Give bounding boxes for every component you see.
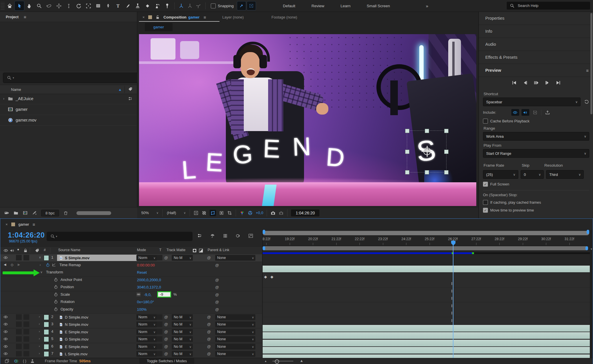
- parent-link-dropdown[interactable]: None∨: [215, 255, 255, 261]
- layer-track-row[interactable]: [263, 325, 590, 332]
- panel-header-info[interactable]: Info: [479, 25, 593, 38]
- pickwhip-icon[interactable]: @: [215, 278, 219, 282]
- new-composition-icon[interactable]: [23, 210, 28, 216]
- switch-box[interactable]: [16, 351, 22, 356]
- sort-ascending-icon[interactable]: ▲: [118, 87, 122, 92]
- parent-pickwhip-icon[interactable]: @: [207, 322, 211, 326]
- expander-icon[interactable]: ›: [39, 322, 40, 326]
- layer-name[interactable]: S Simple.mov: [57, 255, 137, 261]
- layer-track-row[interactable]: [263, 332, 590, 339]
- layer-name[interactable]: N Simple.mov: [57, 321, 137, 328]
- matte-pickwhip-icon[interactable]: @: [164, 330, 168, 334]
- stopwatch-icon[interactable]: [54, 299, 58, 304]
- play-from-dropdown[interactable]: Start Of Range∨: [483, 149, 589, 158]
- switch-box[interactable]: [23, 351, 29, 356]
- exposure-value[interactable]: +0,0: [256, 211, 263, 215]
- type-tool[interactable]: T: [113, 1, 122, 10]
- anchor-point-value[interactable]: 2000,0,2000,0: [137, 278, 161, 282]
- reset-icon[interactable]: [584, 99, 589, 104]
- new-folder-icon[interactable]: [13, 210, 19, 216]
- layer-color-swatch[interactable]: [44, 322, 49, 327]
- property-track-row[interactable]: [263, 288, 590, 295]
- orbit-camera-tool[interactable]: [44, 1, 54, 10]
- snapshot-icon[interactable]: [270, 210, 276, 216]
- layer-name[interactable]: G Simple.mov: [57, 336, 137, 342]
- workspace-tab-review[interactable]: Review: [303, 4, 332, 8]
- keyframe-icon[interactable]: ◆: [264, 275, 267, 279]
- parent-link-dropdown[interactable]: None∨: [215, 329, 255, 335]
- panel-menu-icon[interactable]: ≡: [24, 14, 26, 19]
- selection-handle[interactable]: [405, 129, 409, 133]
- brackets-icon[interactable]: { }: [23, 359, 26, 363]
- selection-handle[interactable]: [444, 150, 449, 154]
- play-button[interactable]: [533, 80, 540, 86]
- graph-editor-icon[interactable]: [248, 233, 253, 238]
- expander-icon[interactable]: ›: [0, 97, 8, 101]
- puppet-pin-tool[interactable]: [162, 1, 172, 10]
- vertical-scrollbar[interactable]: [590, 13, 592, 114]
- move-time-checkbox[interactable]: ✓: [483, 208, 488, 213]
- composition-viewer[interactable]: LEGENDS: [139, 34, 476, 206]
- expander-icon[interactable]: ›: [39, 337, 40, 340]
- eye-icon[interactable]: [3, 315, 8, 319]
- anchor-point-row[interactable]: Anchor Point2000,0,2000,0@: [0, 277, 262, 284]
- eraser-tool[interactable]: [143, 1, 152, 10]
- frame-rate-dropdown[interactable]: (25)∨: [483, 170, 518, 179]
- property-track-row[interactable]: [263, 295, 590, 302]
- snap-box-icon[interactable]: [247, 1, 256, 10]
- horizontal-scrollbar[interactable]: [76, 211, 111, 215]
- eye-icon[interactable]: [3, 344, 8, 349]
- blend-mode-dropdown[interactable]: Norm∨: [136, 314, 157, 320]
- name-column-header[interactable]: Name: [11, 87, 21, 92]
- home-tool[interactable]: [5, 1, 14, 10]
- alpha-matte-icon[interactable]: [192, 248, 197, 253]
- video-column-icon[interactable]: [3, 248, 8, 253]
- next-keyframe-icon[interactable]: ▶: [18, 263, 20, 266]
- play-cached-checkbox[interactable]: [483, 200, 488, 205]
- selection-handle[interactable]: [405, 170, 409, 174]
- region-of-interest-icon[interactable]: [219, 210, 224, 216]
- layer-duration-bar[interactable]: [263, 340, 590, 346]
- timeline-search-input[interactable]: ▾: [47, 232, 193, 241]
- switch-box[interactable]: [23, 321, 29, 327]
- layer-name[interactable]: D Simple.mov: [57, 314, 137, 320]
- project-search-input[interactable]: ▾: [3, 73, 138, 83]
- switch-box[interactable]: [16, 314, 22, 320]
- cache-before-playback-row[interactable]: Cache Before Playback: [483, 119, 589, 124]
- pickwhip-icon[interactable]: @: [215, 300, 219, 304]
- cache-checkbox[interactable]: [483, 119, 488, 124]
- scroll-arrow-icon[interactable]: ▼: [590, 248, 593, 251]
- layer-row-3[interactable]: ›3N Simple.movNorm∨@No M∨@None∨: [0, 321, 262, 328]
- previous-frame-button[interactable]: [522, 80, 529, 86]
- graph-icon[interactable]: [52, 263, 56, 267]
- navigator-start-handle[interactable]: [263, 230, 265, 234]
- luma-matte-icon[interactable]: [198, 248, 204, 253]
- position-value[interactable]: 3040,0,1372,0: [137, 285, 161, 289]
- eye-icon[interactable]: [3, 351, 8, 356]
- footage-viewer-tab[interactable]: Footage (none): [272, 15, 297, 19]
- include-video-button[interactable]: [511, 109, 519, 116]
- work-area-bar[interactable]: [263, 246, 588, 250]
- unlock-icon[interactable]: [155, 14, 160, 20]
- track-matte-dropdown[interactable]: No M∨: [172, 344, 193, 350]
- zoom-tool[interactable]: [34, 1, 44, 10]
- switch-box[interactable]: [157, 255, 162, 260]
- skip-dropdown[interactable]: 0∨: [521, 170, 544, 179]
- switch-box[interactable]: [157, 336, 162, 342]
- dolly-camera-tool[interactable]: [64, 1, 73, 10]
- layer-color-swatch[interactable]: [44, 329, 49, 335]
- selection-handle[interactable]: [444, 170, 449, 174]
- switch-box[interactable]: [16, 329, 22, 334]
- label-column-icon[interactable]: [34, 248, 40, 253]
- switch-box[interactable]: [157, 344, 162, 349]
- layer-row-6[interactable]: ›6E Simple.movNorm∨@No M∨@None∨: [0, 343, 262, 351]
- motion-blur-icon[interactable]: [235, 233, 241, 238]
- index-column-header[interactable]: #: [44, 248, 46, 252]
- time-remap-value[interactable]: 0:00:00:00: [137, 263, 155, 267]
- roto-brush-tool[interactable]: [153, 1, 162, 10]
- selection-handle[interactable]: [444, 129, 449, 133]
- parent-pickwhip-icon[interactable]: @: [207, 352, 211, 356]
- shortcut-dropdown[interactable]: Spacebar ∨: [483, 98, 581, 106]
- show-snapshot-icon[interactable]: [279, 210, 284, 216]
- opacity-row[interactable]: Opacity100%@: [0, 306, 262, 314]
